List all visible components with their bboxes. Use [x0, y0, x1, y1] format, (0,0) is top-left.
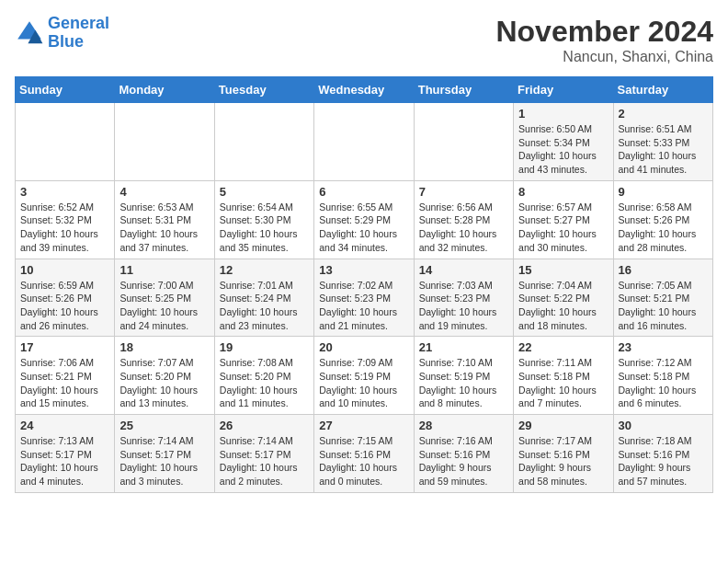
day-number: 24 — [20, 419, 109, 432]
day-cell — [16, 103, 115, 181]
logo-icon — [15, 18, 44, 48]
day-cell: 5Sunrise: 6:54 AM Sunset: 5:30 PM Daylig… — [214, 180, 313, 259]
day-info: Sunrise: 6:52 AM Sunset: 5:32 PM Dayligh… — [20, 201, 109, 255]
day-number: 29 — [518, 419, 608, 432]
day-number: 19 — [220, 340, 309, 354]
col-header-friday: Friday — [514, 77, 613, 103]
day-info: Sunrise: 7:04 AM Sunset: 5:22 PM Dayligh… — [518, 279, 608, 333]
day-cell: 17Sunrise: 7:06 AM Sunset: 5:21 PM Dayli… — [16, 337, 115, 415]
day-cell: 24Sunrise: 7:13 AM Sunset: 5:17 PM Dayli… — [16, 415, 115, 493]
day-cell: 14Sunrise: 7:03 AM Sunset: 5:23 PM Dayli… — [414, 259, 513, 337]
day-cell — [314, 103, 414, 181]
day-info: Sunrise: 7:09 AM Sunset: 5:19 PM Dayligh… — [319, 356, 408, 410]
day-cell: 9Sunrise: 6:58 AM Sunset: 5:26 PM Daylig… — [613, 180, 712, 259]
day-number: 18 — [119, 340, 209, 354]
day-number: 21 — [419, 340, 508, 354]
col-header-saturday: Saturday — [613, 77, 712, 103]
page-header: General Blue November 2024 Nancun, Shanx… — [15, 15, 713, 65]
day-number: 20 — [319, 340, 408, 354]
day-info: Sunrise: 7:10 AM Sunset: 5:19 PM Dayligh… — [419, 356, 508, 410]
day-cell: 26Sunrise: 7:14 AM Sunset: 5:17 PM Dayli… — [214, 415, 313, 493]
location: Nancun, Shanxi, China — [495, 49, 713, 65]
day-cell: 3Sunrise: 6:52 AM Sunset: 5:32 PM Daylig… — [16, 180, 115, 259]
day-cell: 25Sunrise: 7:14 AM Sunset: 5:17 PM Dayli… — [115, 415, 214, 493]
day-cell: 1Sunrise: 6:50 AM Sunset: 5:34 PM Daylig… — [514, 103, 613, 181]
day-info: Sunrise: 7:18 AM Sunset: 5:16 PM Dayligh… — [619, 434, 708, 488]
day-number: 12 — [220, 263, 309, 277]
title-block: November 2024 Nancun, Shanxi, China — [495, 15, 713, 65]
day-cell: 23Sunrise: 7:12 AM Sunset: 5:18 PM Dayli… — [613, 337, 712, 415]
day-number: 22 — [518, 340, 608, 354]
day-cell: 28Sunrise: 7:16 AM Sunset: 5:16 PM Dayli… — [414, 415, 513, 493]
calendar-table: SundayMondayTuesdayWednesdayThursdayFrid… — [15, 76, 713, 493]
day-cell: 8Sunrise: 6:57 AM Sunset: 5:27 PM Daylig… — [514, 180, 613, 259]
day-info: Sunrise: 7:01 AM Sunset: 5:24 PM Dayligh… — [220, 279, 309, 333]
day-info: Sunrise: 6:58 AM Sunset: 5:26 PM Dayligh… — [619, 201, 708, 255]
day-number: 1 — [518, 107, 608, 121]
logo-line2: Blue — [48, 32, 84, 51]
day-number: 26 — [220, 419, 309, 432]
day-cell: 30Sunrise: 7:18 AM Sunset: 5:16 PM Dayli… — [613, 415, 712, 493]
calendar-header-row: SundayMondayTuesdayWednesdayThursdayFrid… — [16, 77, 713, 103]
day-number: 30 — [619, 419, 708, 432]
day-info: Sunrise: 7:00 AM Sunset: 5:25 PM Dayligh… — [119, 279, 209, 333]
day-cell: 11Sunrise: 7:00 AM Sunset: 5:25 PM Dayli… — [115, 259, 214, 337]
day-info: Sunrise: 6:55 AM Sunset: 5:29 PM Dayligh… — [319, 201, 408, 255]
day-cell: 10Sunrise: 6:59 AM Sunset: 5:26 PM Dayli… — [16, 259, 115, 337]
day-info: Sunrise: 7:06 AM Sunset: 5:21 PM Dayligh… — [20, 356, 109, 410]
logo-text: General Blue — [48, 15, 109, 52]
day-number: 16 — [619, 263, 708, 277]
week-row-2: 3Sunrise: 6:52 AM Sunset: 5:32 PM Daylig… — [16, 180, 713, 259]
col-header-sunday: Sunday — [16, 77, 115, 103]
day-info: Sunrise: 7:07 AM Sunset: 5:20 PM Dayligh… — [119, 356, 209, 410]
col-header-thursday: Thursday — [414, 77, 513, 103]
week-row-3: 10Sunrise: 6:59 AM Sunset: 5:26 PM Dayli… — [16, 259, 713, 337]
day-number: 23 — [619, 340, 708, 354]
day-info: Sunrise: 7:11 AM Sunset: 5:18 PM Dayligh… — [518, 356, 608, 410]
day-number: 25 — [119, 419, 209, 432]
day-number: 3 — [20, 185, 109, 199]
day-cell: 4Sunrise: 6:53 AM Sunset: 5:31 PM Daylig… — [115, 180, 214, 259]
day-info: Sunrise: 6:54 AM Sunset: 5:30 PM Dayligh… — [220, 201, 309, 255]
day-cell: 22Sunrise: 7:11 AM Sunset: 5:18 PM Dayli… — [514, 337, 613, 415]
day-number: 6 — [319, 185, 408, 199]
day-cell: 20Sunrise: 7:09 AM Sunset: 5:19 PM Dayli… — [314, 337, 414, 415]
day-number: 28 — [419, 419, 508, 432]
day-number: 13 — [319, 263, 408, 277]
day-info: Sunrise: 7:17 AM Sunset: 5:16 PM Dayligh… — [518, 434, 608, 488]
day-info: Sunrise: 6:51 AM Sunset: 5:33 PM Dayligh… — [619, 122, 708, 177]
day-cell — [115, 103, 214, 181]
day-cell: 19Sunrise: 7:08 AM Sunset: 5:20 PM Dayli… — [214, 337, 313, 415]
day-cell — [414, 103, 513, 181]
day-info: Sunrise: 6:50 AM Sunset: 5:34 PM Dayligh… — [518, 122, 608, 177]
day-info: Sunrise: 7:15 AM Sunset: 5:16 PM Dayligh… — [319, 434, 408, 488]
day-number: 7 — [419, 185, 508, 199]
day-number: 15 — [518, 263, 608, 277]
day-cell: 29Sunrise: 7:17 AM Sunset: 5:16 PM Dayli… — [514, 415, 613, 493]
day-number: 17 — [20, 340, 109, 354]
day-cell: 16Sunrise: 7:05 AM Sunset: 5:21 PM Dayli… — [613, 259, 712, 337]
week-row-5: 24Sunrise: 7:13 AM Sunset: 5:17 PM Dayli… — [16, 415, 713, 493]
day-info: Sunrise: 6:57 AM Sunset: 5:27 PM Dayligh… — [518, 201, 608, 255]
week-row-1: 1Sunrise: 6:50 AM Sunset: 5:34 PM Daylig… — [16, 103, 713, 181]
day-cell: 15Sunrise: 7:04 AM Sunset: 5:22 PM Dayli… — [514, 259, 613, 337]
day-info: Sunrise: 6:53 AM Sunset: 5:31 PM Dayligh… — [119, 201, 209, 255]
day-cell: 2Sunrise: 6:51 AM Sunset: 5:33 PM Daylig… — [613, 103, 712, 181]
month-title: November 2024 — [495, 15, 713, 49]
day-info: Sunrise: 7:12 AM Sunset: 5:18 PM Dayligh… — [619, 356, 708, 410]
col-header-wednesday: Wednesday — [314, 77, 414, 103]
day-info: Sunrise: 7:03 AM Sunset: 5:23 PM Dayligh… — [419, 279, 508, 333]
day-cell: 27Sunrise: 7:15 AM Sunset: 5:16 PM Dayli… — [314, 415, 414, 493]
logo: General Blue — [15, 15, 109, 52]
day-number: 10 — [20, 263, 109, 277]
day-info: Sunrise: 7:14 AM Sunset: 5:17 PM Dayligh… — [220, 434, 309, 488]
day-cell: 6Sunrise: 6:55 AM Sunset: 5:29 PM Daylig… — [314, 180, 414, 259]
day-cell: 7Sunrise: 6:56 AM Sunset: 5:28 PM Daylig… — [414, 180, 513, 259]
day-info: Sunrise: 7:08 AM Sunset: 5:20 PM Dayligh… — [220, 356, 309, 410]
day-info: Sunrise: 7:13 AM Sunset: 5:17 PM Dayligh… — [20, 434, 109, 488]
col-header-monday: Monday — [115, 77, 214, 103]
day-info: Sunrise: 6:59 AM Sunset: 5:26 PM Dayligh… — [20, 279, 109, 333]
day-cell: 12Sunrise: 7:01 AM Sunset: 5:24 PM Dayli… — [214, 259, 313, 337]
day-number: 8 — [518, 185, 608, 199]
logo-line1: General — [48, 14, 109, 32]
